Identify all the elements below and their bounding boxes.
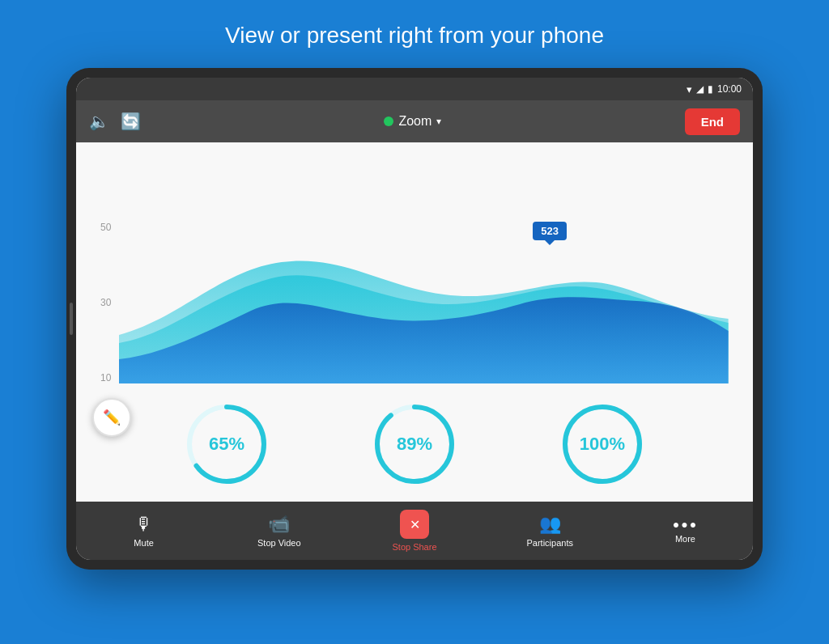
participants-icon: 👥 — [539, 514, 561, 535]
stop-share-label: Stop Share — [392, 542, 436, 552]
main-content: 50 30 10 523 — [76, 142, 753, 502]
edit-icon: ✏️ — [103, 409, 121, 426]
volume-button[interactable]: 🔈 — [89, 112, 109, 131]
more-label: More — [675, 534, 695, 544]
side-button — [70, 303, 73, 335]
battery-icon: ▮ — [708, 83, 713, 95]
end-button[interactable]: End — [685, 108, 740, 135]
participants-label: Participants — [526, 538, 572, 548]
status-bar: ▾ ◢ ▮ 10:00 — [76, 78, 753, 100]
circles-row: 65% 89% 100% — [100, 392, 729, 489]
more-icon: ●●● — [673, 518, 698, 531]
circle-2-label: 89% — [397, 434, 432, 455]
zoom-app-name: Zoom — [398, 114, 432, 129]
stop-share-button[interactable]: ✕ Stop Share — [346, 510, 482, 552]
stop-share-icon: ✕ — [400, 510, 429, 539]
tablet-screen: ▾ ◢ ▮ 10:00 🔈 🔄 Zoom ▾ End — [76, 78, 753, 560]
circle-3: 100% — [558, 400, 647, 489]
y-label-30: 30 — [100, 297, 111, 308]
tablet-device: ▾ ◢ ▮ 10:00 🔈 🔄 Zoom ▾ End — [66, 68, 763, 570]
chart-svg: 523 — [119, 205, 729, 383]
zoom-chevron-icon: ▾ — [436, 116, 441, 127]
mute-button[interactable]: 🎙 Mute — [76, 514, 211, 548]
bottom-bar: 🎙 Mute 📹 Stop Video ✕ Stop Share 👥 Parti… — [76, 502, 753, 560]
circle-2: 89% — [370, 400, 459, 489]
chart-tooltip: 523 — [533, 222, 567, 240]
microphone-icon: 🎙 — [135, 514, 153, 535]
circle-1-label: 65% — [209, 434, 244, 455]
mute-label: Mute — [134, 538, 153, 548]
video-icon: 📹 — [268, 514, 290, 535]
page-title: View or present right from your phone — [225, 23, 604, 49]
top-bar: 🔈 🔄 Zoom ▾ End — [76, 100, 753, 142]
more-button[interactable]: ●●● More — [618, 518, 753, 544]
status-icons: ▾ ◢ ▮ 10:00 — [687, 83, 742, 95]
edit-fab-button[interactable]: ✏️ — [92, 398, 131, 437]
y-label-50: 50 — [100, 222, 111, 233]
stop-video-button[interactable]: 📹 Stop Video — [211, 514, 346, 548]
signal-icon: ◢ — [696, 83, 704, 95]
top-bar-left: 🔈 🔄 — [89, 112, 141, 131]
zoom-status-dot — [384, 117, 393, 126]
wifi-icon: ▾ — [687, 83, 692, 95]
circle-1: 65% — [182, 400, 271, 489]
camera-flip-button[interactable]: 🔄 — [121, 112, 141, 131]
participants-button[interactable]: 👥 Participants — [483, 514, 618, 548]
y-label-10: 10 — [100, 372, 111, 383]
stop-video-label: Stop Video — [257, 538, 301, 548]
circle-3-label: 100% — [580, 434, 625, 455]
chart-area: 50 30 10 523 — [100, 159, 729, 383]
clock: 10:00 — [717, 83, 742, 95]
zoom-indicator[interactable]: Zoom ▾ — [152, 114, 674, 129]
chart-y-axis: 50 30 10 — [100, 222, 111, 383]
